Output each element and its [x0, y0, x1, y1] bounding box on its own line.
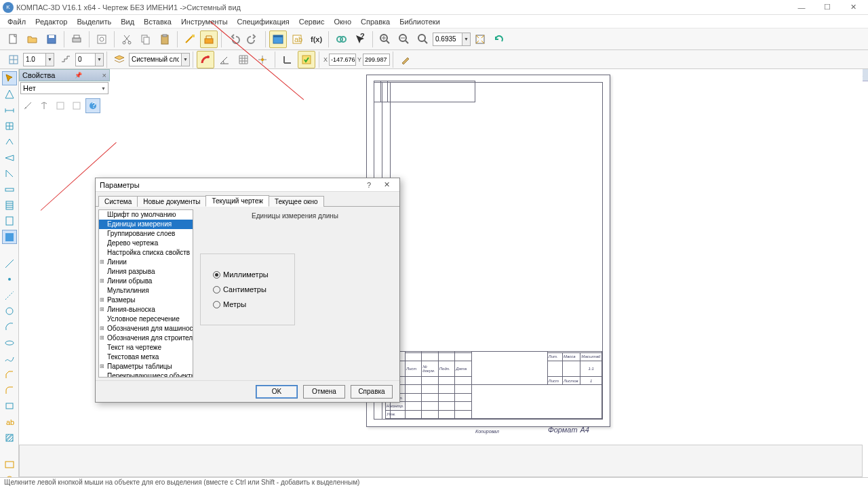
- ortho-button[interactable]: [254, 51, 271, 68]
- tree-item[interactable]: Текст на чертеже: [99, 343, 193, 352]
- layers-button[interactable]: [111, 51, 128, 68]
- cut-button[interactable]: [118, 30, 136, 48]
- measure-tool[interactable]: [2, 182, 17, 197]
- state-button[interactable]: [5, 51, 22, 68]
- mini-tool-2[interactable]: [37, 98, 52, 113]
- round-button[interactable]: [298, 51, 315, 68]
- tree-item[interactable]: Линии: [99, 258, 193, 267]
- params-tool[interactable]: [2, 166, 17, 180]
- local-cs-button[interactable]: [279, 51, 296, 68]
- line-tool[interactable]: [2, 256, 17, 270]
- tree-item[interactable]: Настройка списка свойств: [99, 248, 193, 258]
- menu-вставка[interactable]: Вставка: [139, 16, 176, 27]
- radio-Сантиметры[interactable]: Сантиметры: [213, 285, 282, 293]
- ok-button[interactable]: OK: [256, 385, 298, 399]
- dimension-tool[interactable]: [2, 103, 17, 117]
- ellipse-tool[interactable]: [2, 336, 17, 350]
- tree-item[interactable]: Линии обрыва: [99, 277, 193, 286]
- zoom-fit-button[interactable]: [471, 30, 489, 48]
- tree-item[interactable]: Дерево чертежа: [99, 239, 193, 248]
- redo-button[interactable]: [244, 30, 262, 48]
- new-button[interactable]: [5, 30, 22, 48]
- menu-справка[interactable]: Справка: [356, 16, 395, 27]
- menu-выделить[interactable]: Выделить: [72, 16, 116, 27]
- dialog-tab-3[interactable]: Текущее окно: [269, 196, 324, 207]
- tree-item[interactable]: Линия-выноска: [99, 305, 193, 314]
- angle-snap-button[interactable]: [216, 51, 233, 68]
- menu-спецификация[interactable]: Спецификация: [233, 16, 294, 27]
- dialog-titlebar[interactable]: Параметры ? ✕: [96, 178, 399, 192]
- aux-line-tool[interactable]: [2, 288, 17, 302]
- radio-Миллиметры[interactable]: Миллиметры: [213, 270, 282, 279]
- chamfer-tool[interactable]: [2, 367, 17, 382]
- open-button[interactable]: [24, 30, 41, 48]
- menu-вид[interactable]: Вид: [116, 16, 139, 27]
- help-cursor-button[interactable]: ?: [351, 30, 369, 48]
- tree-item[interactable]: Мультилиния: [99, 286, 193, 296]
- settings-tree[interactable]: Шрифт по умолчаниюЕдиницы измеренияГрупп…: [98, 209, 193, 378]
- menu-инструменты[interactable]: Инструменты: [176, 16, 233, 27]
- dialog-help-button[interactable]: ?: [360, 179, 378, 191]
- text-tool[interactable]: ab: [2, 415, 17, 429]
- rough-tool[interactable]: [2, 135, 17, 149]
- zoom-dropdown[interactable]: ▼: [462, 33, 471, 46]
- help-button[interactable]: Справка: [351, 385, 393, 399]
- rect-tool[interactable]: [2, 399, 17, 413]
- tree-item[interactable]: Единицы измерения: [99, 220, 193, 229]
- close-button[interactable]: ✕: [841, 1, 865, 14]
- menu-сервис[interactable]: Сервис: [294, 16, 330, 27]
- dialog-tab-1[interactable]: Новые документы: [137, 196, 206, 207]
- vars-button[interactable]: ab: [288, 30, 306, 48]
- tree-item[interactable]: Параметры таблицы: [99, 362, 193, 371]
- menu-библиотеки[interactable]: Библиотеки: [395, 16, 445, 27]
- print-button[interactable]: [68, 30, 85, 48]
- paste-button[interactable]: [156, 30, 174, 48]
- tree-item[interactable]: Обозначения для строительства: [99, 333, 193, 343]
- point-tool[interactable]: [2, 272, 17, 286]
- fx-button[interactable]: f(x): [307, 30, 325, 48]
- style-combo[interactable]: Нет▼: [20, 82, 108, 94]
- tree-item[interactable]: Шрифт по умолчанию: [99, 210, 193, 220]
- tree-item[interactable]: Перекрывающиеся объекты: [99, 371, 193, 378]
- scale-input[interactable]: [23, 53, 46, 66]
- dialog-tab-2[interactable]: Текущий чертеж: [205, 195, 269, 207]
- tree-item[interactable]: Группирование слоев: [99, 229, 193, 239]
- views-tool[interactable]: [2, 230, 17, 244]
- symbols-tool[interactable]: [2, 119, 17, 133]
- zoom-out-button[interactable]: [395, 30, 413, 48]
- manager-button[interactable]: [269, 30, 287, 48]
- cancel-button[interactable]: Отмена: [303, 385, 345, 399]
- select-tool[interactable]: [2, 71, 17, 85]
- geometry-tool[interactable]: [2, 87, 17, 101]
- grid-button[interactable]: [235, 51, 252, 68]
- scale-dropdown[interactable]: ▼: [46, 53, 54, 66]
- menu-окно[interactable]: Окно: [329, 16, 356, 27]
- step-input[interactable]: [75, 53, 96, 66]
- mini-tool-3[interactable]: [53, 98, 68, 113]
- save-button[interactable]: [43, 30, 60, 48]
- arc-tool[interactable]: [2, 320, 17, 334]
- zoom-in-button[interactable]: [376, 30, 394, 48]
- dialog-close-button[interactable]: ✕: [378, 179, 395, 191]
- tree-item[interactable]: Линия разрыва: [99, 267, 193, 277]
- step-dropdown[interactable]: ▼: [96, 53, 104, 66]
- copy-button[interactable]: [137, 30, 155, 48]
- tree-item[interactable]: Размеры: [99, 296, 193, 305]
- tree-item[interactable]: Обозначения для машиностроения: [99, 324, 193, 333]
- layer-dropdown[interactable]: ▼: [182, 53, 190, 66]
- snap-button[interactable]: [197, 51, 214, 68]
- hatch-tool[interactable]: [2, 430, 17, 445]
- spec-tool[interactable]: [2, 198, 17, 212]
- rebuild-button[interactable]: [332, 30, 350, 48]
- step-button[interactable]: [57, 51, 75, 68]
- fillet-tool[interactable]: [2, 383, 17, 397]
- frame-tool[interactable]: [2, 457, 17, 471]
- edit-tool[interactable]: [2, 150, 17, 165]
- menu-файл[interactable]: Файл: [3, 16, 31, 27]
- zoom-value[interactable]: [433, 33, 462, 46]
- mini-tool-4[interactable]: [69, 98, 84, 113]
- menu-редактор[interactable]: Редактор: [31, 16, 72, 27]
- zoom-window-button[interactable]: [414, 30, 432, 48]
- layer-select[interactable]: [129, 53, 182, 66]
- radio-Метры[interactable]: Метры: [213, 300, 282, 308]
